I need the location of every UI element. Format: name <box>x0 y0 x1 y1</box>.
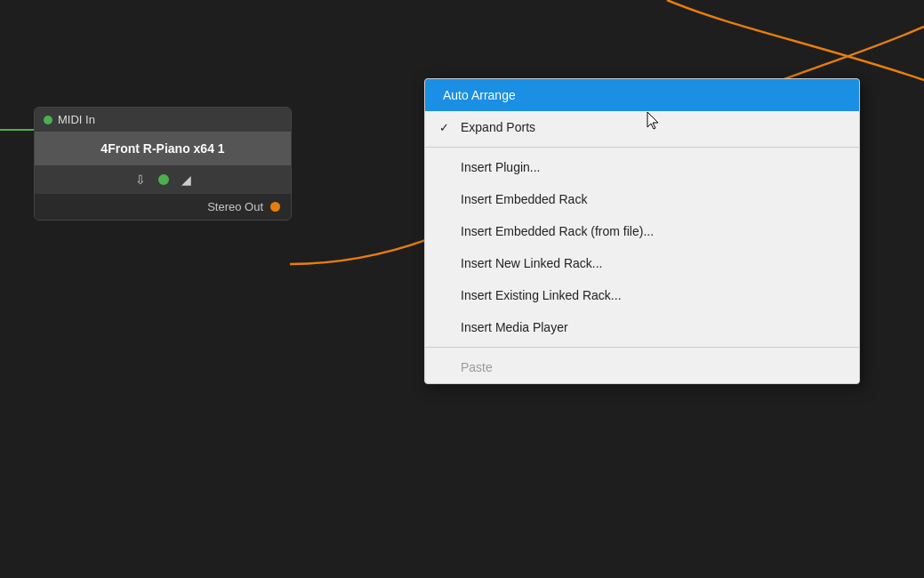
menu-item-label: Insert Embedded Rack <box>461 192 587 206</box>
node-header: MIDI In <box>35 108 291 132</box>
active-dot <box>158 174 169 185</box>
menu-item-insert-media-player[interactable]: Insert Media Player <box>425 311 859 343</box>
menu-item-insert-existing-linked-rack[interactable]: Insert Existing Linked Rack... <box>425 279 859 311</box>
node-card: MIDI In 4Front R-Piano x64 1 ⇩ ◢ Stereo … <box>34 107 292 221</box>
menu-item-insert-embedded-rack-file[interactable]: Insert Embedded Rack (from file)... <box>425 215 859 247</box>
menu-divider-1 <box>425 147 859 148</box>
stereo-out-port[interactable] <box>270 202 280 212</box>
output-label: Stereo Out <box>207 200 263 213</box>
menu-item-label: Insert Existing Linked Rack... <box>461 288 622 302</box>
menu-item-insert-new-linked-rack[interactable]: Insert New Linked Rack... <box>425 247 859 279</box>
context-menu: Auto Arrange Expand Ports Insert Plugin.… <box>424 78 860 384</box>
menu-item-label: Insert Plugin... <box>461 160 541 174</box>
node-title-bar: 4Front R-Piano x64 1 <box>35 132 291 165</box>
menu-item-insert-embedded-rack[interactable]: Insert Embedded Rack <box>425 183 859 215</box>
menu-item-expand-ports[interactable]: Expand Ports <box>425 111 859 143</box>
down-arrow-icon[interactable]: ⇩ <box>135 173 146 187</box>
menu-item-label: Insert Embedded Rack (from file)... <box>461 224 654 238</box>
menu-item-insert-plugin[interactable]: Insert Plugin... <box>425 151 859 183</box>
menu-item-label: Insert New Linked Rack... <box>461 256 603 270</box>
midi-label: MIDI In <box>58 113 95 126</box>
node-controls: ⇩ ◢ <box>35 165 291 194</box>
midi-active-dot <box>44 116 52 124</box>
menu-item-label: Insert Media Player <box>461 320 568 334</box>
menu-item-label: Auto Arrange <box>443 88 516 102</box>
menu-item-label: Expand Ports <box>461 120 535 134</box>
menu-divider-2 <box>425 347 859 348</box>
filter-icon[interactable]: ◢ <box>181 173 191 187</box>
node-output: Stereo Out <box>35 194 291 220</box>
menu-item-paste[interactable]: Paste <box>425 351 859 383</box>
menu-item-auto-arrange[interactable]: Auto Arrange <box>425 79 859 111</box>
menu-item-label: Paste <box>461 360 493 374</box>
midi-connection-line <box>0 129 37 131</box>
node-title: 4Front R-Piano x64 1 <box>100 141 224 156</box>
